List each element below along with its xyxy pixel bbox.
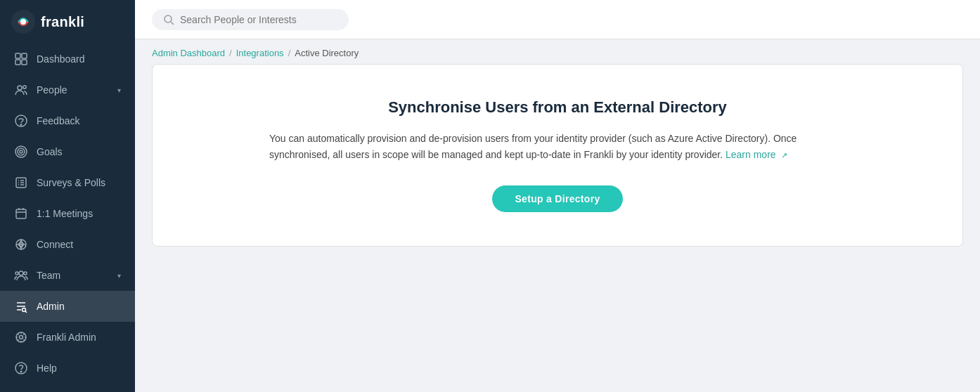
sidebar-item-frankli-admin[interactable]: Frankli Admin — [0, 322, 135, 353]
sync-card: Synchronise Users from an External Direc… — [152, 64, 963, 247]
learn-more-link[interactable]: Learn more — [726, 149, 776, 160]
sidebar-item-team[interactable]: Team ▾ — [0, 260, 135, 291]
content-area: Synchronise Users from an External Direc… — [135, 64, 980, 392]
surveys-icon — [14, 176, 28, 190]
main-content: Admin Dashboard / Integrations / Active … — [135, 0, 980, 392]
help-icon — [14, 361, 28, 375]
breadcrumb-active-directory: Active Directory — [295, 48, 359, 58]
team-chevron-icon: ▾ — [117, 272, 121, 280]
sidebar-item-feedback[interactable]: Feedback — [0, 105, 135, 136]
nav-menu: Dashboard People ▾ Feedback — [0, 44, 135, 392]
people-chevron-icon: ▾ — [117, 86, 121, 94]
svg-rect-3 — [22, 53, 27, 58]
svg-line-40 — [171, 22, 174, 25]
frankli-admin-icon — [14, 330, 28, 344]
svg-rect-2 — [15, 53, 20, 58]
setup-directory-button[interactable]: Setup a Directory — [492, 185, 622, 212]
breadcrumb-sep-2: / — [288, 48, 291, 58]
breadcrumb-sep-1: / — [229, 48, 232, 58]
sidebar-connect-label: Connect — [37, 239, 121, 250]
svg-point-7 — [23, 86, 26, 89]
svg-point-38 — [20, 371, 22, 372]
sidebar-item-connect[interactable]: Connect — [0, 229, 135, 260]
card-title: Synchronise Users from an External Direc… — [181, 98, 934, 117]
sidebar-item-help[interactable]: Help — [0, 353, 135, 384]
svg-point-6 — [18, 86, 22, 90]
sidebar-item-dashboard[interactable]: Dashboard — [0, 44, 135, 74]
sidebar-item-meetings[interactable]: 1:1 Meetings — [0, 198, 135, 229]
connect-icon — [14, 237, 28, 251]
card-desc-text: You can automatically provision and de-p… — [269, 133, 797, 160]
svg-point-1 — [20, 19, 26, 25]
sidebar-goals-label: Goals — [37, 146, 121, 157]
search-box[interactable] — [152, 9, 349, 30]
svg-point-29 — [24, 272, 27, 275]
sidebar-people-label: People — [37, 84, 109, 96]
breadcrumb: Admin Dashboard / Integrations / Active … — [135, 39, 980, 64]
app-name: frankli — [41, 14, 84, 30]
svg-point-33 — [22, 308, 26, 312]
people-icon — [14, 83, 28, 97]
svg-point-27 — [19, 271, 23, 275]
sidebar-frankli-admin-label: Frankli Admin — [37, 332, 121, 343]
sidebar-item-surveys[interactable]: Surveys & Polls — [0, 167, 135, 198]
sidebar-surveys-label: Surveys & Polls — [37, 177, 121, 188]
svg-rect-20 — [16, 209, 26, 218]
svg-rect-4 — [15, 60, 20, 65]
svg-line-34 — [25, 311, 27, 313]
logo[interactable]: frankli — [0, 0, 135, 44]
team-icon — [14, 268, 28, 282]
sidebar-help-label: Help — [37, 362, 121, 374]
svg-point-11 — [18, 148, 25, 155]
svg-point-36 — [20, 336, 23, 339]
search-input[interactable] — [180, 14, 337, 25]
frankli-logo-icon — [11, 10, 35, 34]
sidebar-admin-label: Admin — [37, 301, 121, 312]
sidebar-meetings-label: 1:1 Meetings — [37, 208, 121, 219]
svg-point-12 — [20, 150, 22, 153]
external-link-icon: ↗ — [781, 151, 787, 159]
sidebar-item-goals[interactable]: Goals — [0, 136, 135, 167]
sidebar-team-label: Team — [37, 270, 109, 281]
svg-point-28 — [15, 272, 18, 275]
sidebar-item-people[interactable]: People ▾ — [0, 74, 135, 105]
breadcrumb-admin-dashboard[interactable]: Admin Dashboard — [152, 48, 225, 58]
breadcrumb-integrations[interactable]: Integrations — [236, 48, 284, 58]
sidebar-feedback-label: Feedback — [37, 115, 121, 126]
search-icon — [163, 14, 174, 25]
meetings-icon — [14, 207, 28, 221]
goals-icon — [14, 145, 28, 159]
sidebar-item-admin[interactable]: Admin — [0, 291, 135, 322]
svg-point-39 — [165, 15, 172, 22]
svg-point-35 — [16, 332, 26, 342]
dashboard-icon — [14, 52, 28, 66]
card-description: You can automatically provision and de-p… — [269, 131, 846, 163]
sidebar-dashboard-label: Dashboard — [37, 53, 121, 65]
svg-point-9 — [20, 124, 21, 125]
feedback-icon — [14, 114, 28, 128]
topbar — [135, 0, 980, 39]
svg-rect-5 — [22, 60, 27, 65]
sidebar: frankli Dashboard People ▾ — [0, 0, 135, 392]
admin-icon — [14, 299, 28, 313]
